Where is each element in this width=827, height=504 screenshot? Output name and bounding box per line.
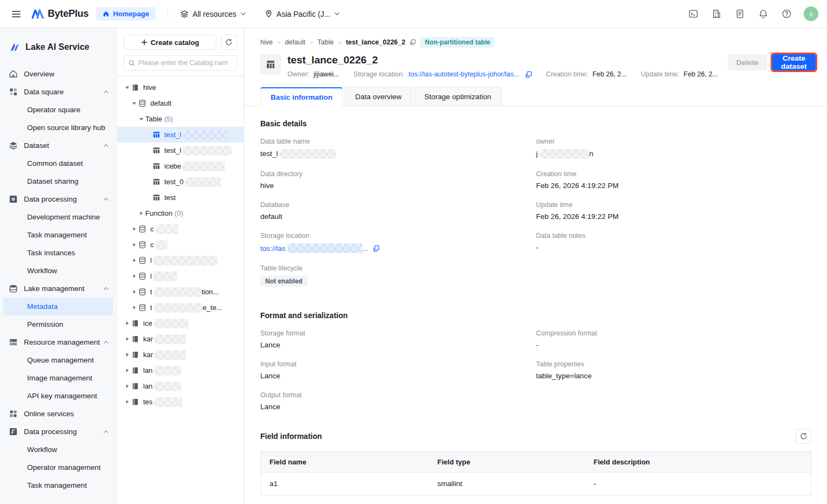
tree-item-database-default[interactable]: default: [117, 95, 243, 111]
all-resources-menu[interactable]: All resources: [180, 10, 246, 18]
sidebar-item-workflow-2[interactable]: Workflow: [3, 441, 113, 458]
table-icon: [260, 54, 281, 75]
sidebar-item-workflow[interactable]: Workflow: [3, 262, 113, 280]
tree-item-catalog[interactable]: kar: [117, 347, 243, 363]
caret-right-icon[interactable]: [130, 289, 138, 294]
table-row: a1 smallint -: [261, 473, 812, 495]
tree-item-database[interactable]: t e_te...: [117, 300, 243, 315]
tree-item-catalog[interactable]: ice: [117, 315, 243, 331]
sidebar-group-dataset[interactable]: Dataset: [0, 137, 117, 154]
breadcrumb-default[interactable]: default: [285, 38, 305, 46]
tree-item-catalog[interactable]: tes: [117, 394, 243, 410]
sidebar-item-task-instances[interactable]: Task instances: [3, 244, 113, 262]
tree-item-table[interactable]: test_l: [117, 143, 243, 158]
sidebar-item-dataset-sharing[interactable]: Dataset sharing: [3, 172, 113, 190]
delete-button[interactable]: Delete: [728, 54, 767, 70]
sidebar-item-open-source-library-hub[interactable]: Open source library hub: [3, 119, 113, 137]
tree-item-catalog[interactable]: lan: [117, 378, 243, 394]
tree-item-catalog[interactable]: lan: [117, 363, 243, 378]
cli-terminal-icon[interactable]: [687, 8, 699, 20]
tree-item-table-test-lance-selected[interactable]: test_l: [117, 127, 243, 143]
storage-location-value[interactable]: tos://las: [260, 244, 286, 253]
tree-item-database[interactable]: c: [117, 221, 243, 237]
tree-item-table-test[interactable]: test: [117, 190, 243, 205]
sidebar-item-task-management[interactable]: Task management: [3, 226, 113, 244]
catalog-search-input[interactable]: [138, 59, 232, 67]
tree-item-database[interactable]: l: [117, 268, 243, 284]
copy-icon[interactable]: [409, 39, 416, 46]
field-storage-location: Storage location tos://las...: [260, 232, 536, 253]
tree-item-database[interactable]: l: [117, 253, 243, 268]
tree-item-catalog[interactable]: kar: [117, 331, 243, 347]
documents-icon[interactable]: [734, 8, 746, 20]
sidebar-item-operator-management[interactable]: Operator management: [3, 458, 113, 476]
sidebar-item-queue-management[interactable]: Queue management: [3, 351, 113, 369]
caret-right-icon[interactable]: [130, 274, 138, 279]
sidebar-group-data-processing[interactable]: Data processing: [0, 190, 117, 208]
create-catalog-button[interactable]: Create catalog: [124, 35, 216, 50]
field-storage-format: Storage format Lance: [260, 329, 536, 349]
sidebar-group-data-processing-2[interactable]: Data processing: [0, 423, 117, 441]
tree-group-table[interactable]: Table (5): [117, 111, 243, 127]
sidebar-item-permission[interactable]: Permission: [3, 315, 113, 333]
region-label: Asia Pacific (J...: [277, 10, 331, 18]
caret-right-icon[interactable]: [130, 242, 138, 247]
tab-bar: Basic information Data overview Storage …: [244, 87, 827, 106]
sidebar-group-resource-management[interactable]: Resource management: [0, 333, 117, 351]
tab-storage-optimization[interactable]: Storage optimization: [414, 87, 502, 106]
sidebar-item-operator-square[interactable]: Operator square: [3, 101, 113, 119]
tree-item-catalog-hive[interactable]: hive: [117, 80, 243, 95]
caret-right-icon[interactable]: [130, 227, 138, 231]
homepage-button[interactable]: Homepage: [96, 7, 155, 21]
copy-icon[interactable]: [525, 71, 532, 78]
sidebar-item-development-machine[interactable]: Development machine: [3, 208, 113, 226]
caret-down-icon[interactable]: [137, 117, 145, 121]
caret-right-icon[interactable]: [123, 399, 131, 404]
caret-down-icon[interactable]: [130, 101, 138, 106]
sidebar-item-api-key-management[interactable]: API key management: [3, 387, 113, 405]
tree-item-database[interactable]: c: [117, 237, 243, 253]
caret-right-icon[interactable]: [123, 384, 131, 389]
caret-right-icon[interactable]: [123, 368, 131, 373]
sidebar-item-common-dataset[interactable]: Common dataset: [3, 154, 113, 172]
copy-icon[interactable]: [373, 245, 380, 252]
sidebar-item-overview[interactable]: Overview: [0, 65, 117, 83]
tree-item-database[interactable]: t tion...: [117, 284, 243, 300]
catalog-search[interactable]: [124, 55, 237, 70]
billing-icon[interactable]: [710, 8, 722, 20]
caret-right-icon[interactable]: [130, 258, 138, 263]
tab-data-overview[interactable]: Data overview: [345, 87, 412, 106]
sidebar-item-image-management[interactable]: Image management: [3, 369, 113, 387]
region-selector[interactable]: Asia Pacific (J...: [265, 10, 341, 18]
refresh-catalog-button[interactable]: [221, 35, 237, 50]
breadcrumb-table[interactable]: Table: [317, 38, 334, 46]
sidebar-group-lake-management[interactable]: Lake management: [0, 280, 117, 298]
refresh-fields-button[interactable]: [796, 429, 812, 444]
sidebar-item-metadata[interactable]: Metadata: [3, 298, 113, 315]
caret-right-icon[interactable]: [137, 211, 145, 216]
create-dataset-button[interactable]: Create dataset: [772, 54, 815, 70]
notifications-bell-icon[interactable]: [757, 8, 769, 20]
sidebar-item-online-services[interactable]: Online services: [0, 405, 117, 423]
caret-right-icon[interactable]: [130, 305, 138, 310]
table-icon: [152, 178, 161, 186]
sidebar-group-data-square[interactable]: Data square: [0, 83, 117, 101]
user-avatar[interactable]: s: [804, 7, 818, 21]
tab-basic-information[interactable]: Basic information: [260, 87, 343, 106]
tree-item-table[interactable]: test_0: [117, 174, 243, 190]
caret-down-icon[interactable]: [123, 85, 131, 90]
breadcrumb-hive[interactable]: hive: [260, 38, 273, 46]
caret-right-icon[interactable]: [123, 337, 131, 341]
tree-item-table[interactable]: icebe: [117, 158, 243, 174]
hamburger-menu-icon[interactable]: [9, 7, 24, 22]
sidebar-item-task-management-2[interactable]: Task management: [3, 476, 113, 494]
chevron-up-icon: [103, 89, 109, 95]
help-icon[interactable]: [780, 8, 792, 20]
byteplus-logo[interactable]: BytePlus: [31, 8, 88, 20]
caret-right-icon[interactable]: [123, 352, 131, 357]
section-title-basic-details: Basic details: [260, 119, 812, 128]
caret-right-icon[interactable]: [123, 321, 131, 326]
storage-location-link[interactable]: tos://las-autotest-byteplus-johor/las...: [408, 70, 519, 78]
chevron-up-icon: [103, 429, 109, 435]
tree-group-function[interactable]: Function (0): [117, 205, 243, 221]
